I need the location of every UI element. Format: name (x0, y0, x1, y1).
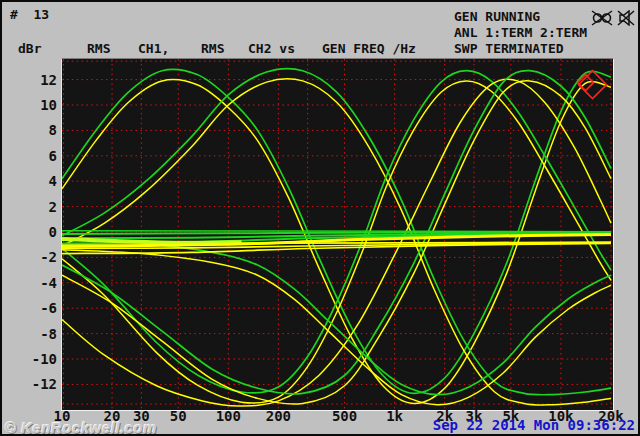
y-tick-label: -12 (19, 377, 57, 391)
measurement-ch2-label: CH2 vs (248, 42, 295, 56)
x-axis-source-label: GEN FREQ /Hz (322, 42, 416, 56)
y-tick-label: 4 (19, 174, 57, 188)
measurement-rms1-label: RMS (87, 42, 110, 56)
watermark-text: © KenRockwell.com (5, 419, 157, 436)
x-tick-label: 1k (373, 409, 417, 423)
x-tick-label: 100 (206, 409, 250, 423)
y-tick-label: -2 (19, 250, 57, 264)
analyzer-panel: # 13 GEN RUNNING ANL 1:TERM 2:TERM SWP T… (0, 0, 640, 436)
y-tick-label: -8 (19, 327, 57, 341)
measurement-rms2-label: RMS (201, 42, 224, 56)
y-tick-label: -4 (19, 276, 57, 290)
plot-area[interactable] (61, 58, 614, 411)
y-tick-label: 8 (19, 123, 57, 137)
measurement-ch1-label: CH1, (138, 42, 169, 56)
muted-speaker-icon[interactable] (616, 10, 636, 26)
status-gen: GEN RUNNING (454, 10, 540, 24)
y-tick-label: 10 (19, 98, 57, 112)
y-tick-label: 0 (19, 225, 57, 239)
x-tick-label: 200 (256, 409, 300, 423)
x-tick-label: 500 (323, 409, 367, 423)
y-tick-label: 2 (19, 200, 57, 214)
y-tick-label: -6 (19, 301, 57, 315)
status-swp: SWP TERMINATED (454, 42, 564, 56)
timestamp-text: Sep 22 2014 Mon 09:36:22 (433, 418, 635, 433)
y-tick-label: 12 (19, 73, 57, 87)
status-icon-group (591, 10, 636, 26)
status-anl: ANL 1:TERM 2:TERM (454, 26, 587, 40)
frequency-response-chart[interactable] (62, 59, 613, 410)
y-tick-label: 6 (19, 149, 57, 163)
y-tick-label: -10 (19, 352, 57, 366)
trace-number-label: # 13 (10, 8, 49, 22)
y-axis-unit-label: dBr (18, 42, 41, 56)
x-tick-label: 50 (156, 409, 200, 423)
crossed-binoculars-icon[interactable] (591, 10, 613, 26)
